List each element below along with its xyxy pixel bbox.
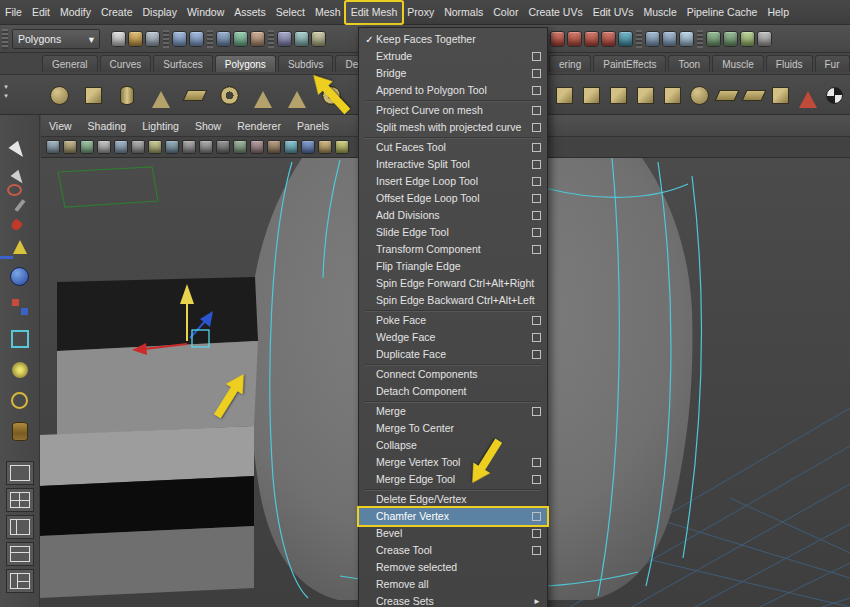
menu-item-flip-triangle-edge[interactable]: Flip Triangle Edge bbox=[359, 258, 547, 275]
mask-lines-icon[interactable] bbox=[294, 31, 309, 47]
menu-item-spin-edge-forward[interactable]: Spin Edge Forward Ctrl+Alt+Right bbox=[359, 275, 547, 292]
option-box-icon[interactable] bbox=[532, 52, 541, 61]
menu-item-crease-tool[interactable]: Crease Tool bbox=[359, 542, 547, 559]
menu-item-spin-edge-backward[interactable]: Spin Edge Backward Ctrl+Alt+Left bbox=[359, 292, 547, 309]
wireframe-mode-icon[interactable] bbox=[284, 140, 298, 154]
menu-item-connect-components[interactable]: Connect Components bbox=[359, 366, 547, 383]
menubar-item-assets[interactable]: Assets bbox=[229, 2, 271, 23]
menu-item-append-to-polygon-tool[interactable]: Append to Polygon Tool bbox=[359, 82, 547, 99]
safe-title-icon[interactable] bbox=[267, 140, 281, 154]
panel-menu-lighting[interactable]: Lighting bbox=[134, 120, 187, 132]
menubar-item-edit-uvs[interactable]: Edit UVs bbox=[588, 2, 639, 23]
option-box-icon[interactable] bbox=[532, 86, 541, 95]
ipr-render-icon[interactable] bbox=[740, 31, 755, 47]
shelf-tab-fluids[interactable]: Fluids bbox=[766, 55, 813, 72]
menubar-item-edit[interactable]: Edit bbox=[27, 2, 55, 23]
shelf-tab-painteffects[interactable]: PaintEffects bbox=[593, 55, 666, 72]
gate-mask-icon[interactable] bbox=[216, 140, 230, 154]
menubar-item-normals[interactable]: Normals bbox=[439, 2, 488, 23]
shelf-tab-polygons[interactable]: Polygons bbox=[215, 55, 276, 72]
new-scene-icon[interactable] bbox=[111, 31, 126, 47]
panel-menu-renderer[interactable]: Renderer bbox=[229, 120, 289, 132]
menu-item-bridge[interactable]: Bridge bbox=[359, 65, 547, 82]
image-plane-icon[interactable] bbox=[114, 140, 128, 154]
menubar-item-create[interactable]: Create bbox=[96, 2, 138, 23]
show-manipulator-tool[interactable] bbox=[3, 385, 37, 416]
poly-quadrangulate-button[interactable] bbox=[740, 78, 767, 112]
select-camera-icon[interactable] bbox=[46, 140, 60, 154]
menu-item-duplicate-face[interactable]: Duplicate Face bbox=[359, 346, 547, 363]
safe-action-icon[interactable] bbox=[250, 140, 264, 154]
layout-four-view[interactable] bbox=[6, 488, 34, 512]
panel-menu-shading[interactable]: Shading bbox=[80, 120, 135, 132]
option-box-icon[interactable] bbox=[532, 512, 541, 521]
menubar-item-muscle[interactable]: Muscle bbox=[639, 2, 682, 23]
panel-menu-view[interactable]: View bbox=[41, 120, 80, 132]
poly-triangulate-button[interactable] bbox=[713, 78, 740, 112]
menu-item-offset-edge-loop-tool[interactable]: Offset Edge Loop Tool bbox=[359, 190, 547, 207]
menubar-item-modify[interactable]: Modify bbox=[55, 2, 96, 23]
field-chart-icon[interactable] bbox=[233, 140, 247, 154]
menu-item-slide-edge-tool[interactable]: Slide Edge Tool bbox=[359, 224, 547, 241]
film-gate-icon[interactable] bbox=[182, 140, 196, 154]
poly-cylinder-button[interactable] bbox=[110, 78, 144, 112]
option-box-icon[interactable] bbox=[532, 177, 541, 186]
soft-modification-tool[interactable] bbox=[3, 354, 37, 385]
option-box-icon[interactable] bbox=[532, 69, 541, 78]
menubar-item-file[interactable]: File bbox=[0, 2, 27, 23]
move-tool[interactable] bbox=[3, 230, 37, 261]
shelf-tab-curves[interactable]: Curves bbox=[100, 55, 152, 72]
option-box-icon[interactable] bbox=[532, 333, 541, 342]
shelf-tab-surfaces[interactable]: Surfaces bbox=[153, 55, 212, 72]
poly-smooth-button[interactable] bbox=[551, 78, 578, 112]
mask-points-icon[interactable] bbox=[277, 31, 292, 47]
mask-faces-icon[interactable] bbox=[311, 31, 326, 47]
menu-item-remove-all[interactable]: Remove all bbox=[359, 576, 547, 593]
output-connections-icon[interactable] bbox=[662, 31, 677, 47]
poly-mirror-button[interactable] bbox=[578, 78, 605, 112]
layout-persp-outliner[interactable] bbox=[6, 515, 34, 539]
menu-item-bevel[interactable]: Bevel bbox=[359, 525, 547, 542]
menubar-item-select[interactable]: Select bbox=[271, 2, 310, 23]
rotate-tool[interactable] bbox=[3, 261, 37, 292]
render-view-icon[interactable] bbox=[706, 31, 721, 47]
shelf-tab-toon[interactable]: Toon bbox=[668, 55, 710, 72]
poly-sphere-button[interactable] bbox=[42, 78, 76, 112]
menu-item-collapse[interactable]: Collapse bbox=[359, 437, 547, 454]
menubar-item-window[interactable]: Window bbox=[182, 2, 229, 23]
option-box-icon[interactable] bbox=[532, 316, 541, 325]
bookmark-icon[interactable] bbox=[97, 140, 111, 154]
option-box-icon[interactable] bbox=[532, 529, 541, 538]
menu-set-dropdown[interactable]: Polygons ▾ bbox=[12, 29, 100, 49]
menu-item-chamfer-vertex[interactable]: Chamfer Vertex bbox=[359, 508, 547, 525]
menu-item-crease-sets[interactable]: Crease Sets► bbox=[359, 593, 547, 607]
menu-item-merge-vertex-tool[interactable]: Merge Vertex Tool bbox=[359, 454, 547, 471]
menubar-item-display[interactable]: Display bbox=[137, 2, 181, 23]
menu-item-split-mesh-with-projected-curve[interactable]: Split mesh with projected curve bbox=[359, 119, 547, 136]
panel-menu-show[interactable]: Show bbox=[187, 120, 229, 132]
layout-hypershade-persp[interactable] bbox=[6, 569, 34, 593]
shelf-tab-subdivs[interactable]: Subdivs bbox=[278, 55, 334, 72]
option-box-icon[interactable] bbox=[532, 458, 541, 467]
menubar-item-pipeline-cache[interactable]: Pipeline Cache bbox=[682, 2, 763, 23]
menubar-item-color[interactable]: Color bbox=[488, 2, 523, 23]
last-tool-used[interactable] bbox=[3, 416, 37, 447]
option-box-icon[interactable] bbox=[532, 106, 541, 115]
poly-prism-button[interactable] bbox=[246, 78, 280, 112]
statusline-grip[interactable] bbox=[2, 29, 8, 49]
save-scene-icon[interactable] bbox=[145, 31, 160, 47]
snap-grid-icon[interactable] bbox=[550, 31, 565, 47]
poly-combine-button[interactable] bbox=[605, 78, 632, 112]
menu-item-insert-edge-loop-tool[interactable]: Insert Edge Loop Tool bbox=[359, 173, 547, 190]
shelf-tab-ering[interactable]: ering bbox=[549, 55, 591, 72]
poly-cone-button[interactable] bbox=[144, 78, 178, 112]
shelf-tab-fur[interactable]: Fur bbox=[815, 55, 850, 72]
option-box-icon[interactable] bbox=[532, 546, 541, 555]
option-box-icon[interactable] bbox=[532, 245, 541, 254]
poly-extract-button[interactable] bbox=[659, 78, 686, 112]
option-box-icon[interactable] bbox=[532, 160, 541, 169]
option-box-icon[interactable] bbox=[532, 228, 541, 237]
menu-item-extrude[interactable]: Extrude bbox=[359, 48, 547, 65]
menu-item-transform-component[interactable]: Transform Component bbox=[359, 241, 547, 258]
menu-item-keep-faces-together[interactable]: ✓Keep Faces Together bbox=[359, 31, 547, 48]
